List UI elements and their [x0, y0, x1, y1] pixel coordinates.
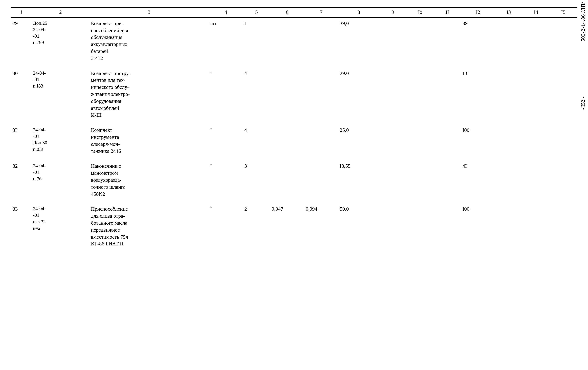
row-desc: Комплект при- способлений для обслуживан… — [89, 17, 209, 65]
row-col13 — [495, 160, 522, 201]
header-col-4: 4 — [209, 8, 243, 18]
table-row: 3324-04- -01 стр.32 к=2Приспособление дл… — [11, 203, 577, 251]
row-unit: " — [209, 124, 243, 158]
header-col-14: I4 — [522, 8, 550, 18]
side-text-container: 503-2-14.86 /ЛП/ - I52 - — [578, 0, 588, 370]
row-spacer — [11, 158, 577, 160]
page-container: 503-2-14.86 /ЛП/ - I52 - I 2 3 — [0, 0, 588, 370]
row-col11 — [434, 17, 461, 65]
row-col15 — [550, 160, 577, 201]
row-num: 33 — [11, 203, 32, 251]
row-col14 — [522, 124, 550, 158]
header-col-10: Io — [407, 8, 434, 18]
row-desc: Наконечник с манометром воздухоразда- то… — [89, 160, 209, 201]
row-unit: " — [209, 160, 243, 201]
row-col10 — [407, 68, 434, 122]
row-col8: 39,0 — [338, 17, 379, 65]
row-col6 — [270, 68, 304, 122]
row-col11 — [434, 124, 461, 158]
row-num: 29 — [11, 17, 32, 65]
row-col9 — [379, 68, 407, 122]
row-col13 — [495, 68, 522, 122]
row-col11 — [434, 203, 461, 251]
row-col12: I00 — [461, 124, 495, 158]
row-code: Доп.25 24-04- -01 п.799 — [32, 17, 89, 65]
row-num: 30 — [11, 68, 32, 122]
row-spacer — [11, 201, 577, 203]
row-col11 — [434, 68, 461, 122]
row-col15 — [550, 124, 577, 158]
main-table: I 2 3 4 5 6 7 8 9 Io II I2 I3 I4 I5 29До… — [11, 7, 577, 251]
row-col10 — [407, 124, 434, 158]
row-col10 — [407, 17, 434, 65]
row-col9 — [379, 160, 407, 201]
row-unit: " — [209, 203, 243, 251]
row-col5: I — [243, 17, 270, 65]
row-col8: I3,55 — [338, 160, 379, 201]
row-col13 — [495, 17, 522, 65]
header-col-9: 9 — [379, 8, 407, 18]
row-col5: 3 — [243, 160, 270, 201]
row-col14 — [522, 160, 550, 201]
row-col12: II6 — [461, 68, 495, 122]
row-col13 — [495, 203, 522, 251]
header-col-2: 2 — [32, 8, 89, 18]
row-spacer — [11, 65, 577, 68]
row-col6 — [270, 124, 304, 158]
row-code: 24-04- -01 Доп.30 п.8I9 — [32, 124, 89, 158]
header-col-13: I3 — [495, 8, 522, 18]
row-unit: " — [209, 68, 243, 122]
row-col14 — [522, 17, 550, 65]
table-row: 3024-04- -01 п.I83Комплект инстру- менто… — [11, 68, 577, 122]
row-desc: Комплект инструмента слесаря-мон- тажник… — [89, 124, 209, 158]
table-row: 3I24-04- -01 Доп.30 п.8I9Комплект инстру… — [11, 124, 577, 158]
header-col-15: I5 — [550, 8, 577, 18]
row-col12: 39 — [461, 17, 495, 65]
header-row: I 2 3 4 5 6 7 8 9 Io II I2 I3 I4 I5 — [11, 8, 577, 18]
row-col7 — [304, 124, 338, 158]
row-spacer — [11, 122, 577, 124]
row-col8: 29.0 — [338, 68, 379, 122]
row-num: 3I — [11, 124, 32, 158]
row-col9 — [379, 17, 407, 65]
row-col9 — [379, 124, 407, 158]
row-col14 — [522, 68, 550, 122]
row-col7 — [304, 17, 338, 65]
header-col-3: 3 — [89, 8, 209, 18]
row-col15 — [550, 17, 577, 65]
header-col-1: I — [11, 8, 32, 18]
row-col13 — [495, 124, 522, 158]
row-col6 — [270, 160, 304, 201]
side-text-top: 503-2-14.86 /ЛП/ — [580, 2, 586, 41]
row-col8: 25,0 — [338, 124, 379, 158]
row-col12: 4I — [461, 160, 495, 201]
row-col7 — [304, 160, 338, 201]
row-col8: 50,0 — [338, 203, 379, 251]
row-col6 — [270, 17, 304, 65]
row-col5: 4 — [243, 124, 270, 158]
header-col-8: 8 — [338, 8, 379, 18]
row-col7: 0,094 — [304, 203, 338, 251]
row-code: 24-04- -01 стр.32 к=2 — [32, 203, 89, 251]
header-col-7: 7 — [304, 8, 338, 18]
row-col14 — [522, 203, 550, 251]
row-col11 — [434, 160, 461, 201]
table-row: 29Доп.25 24-04- -01 п.799Комплект при- с… — [11, 17, 577, 65]
row-col15 — [550, 68, 577, 122]
row-code: 24-04- -01 п.76 — [32, 160, 89, 201]
header-col-11: II — [434, 8, 461, 18]
row-col5: 2 — [243, 203, 270, 251]
row-col10 — [407, 203, 434, 251]
row-col12: I00 — [461, 203, 495, 251]
header-col-12: I2 — [461, 8, 495, 18]
row-col10 — [407, 160, 434, 201]
side-text-bottom: - I52 - — [580, 97, 586, 110]
row-code: 24-04- -01 п.I83 — [32, 68, 89, 122]
row-col15 — [550, 203, 577, 251]
row-col5: 4 — [243, 68, 270, 122]
row-num: 32 — [11, 160, 32, 201]
header-col-5: 5 — [243, 8, 270, 18]
row-unit: шт — [209, 17, 243, 65]
table-row: 3224-04- -01 п.76Наконечник с манометром… — [11, 160, 577, 201]
row-desc: Приспособление для слива отра- ботанного… — [89, 203, 209, 251]
